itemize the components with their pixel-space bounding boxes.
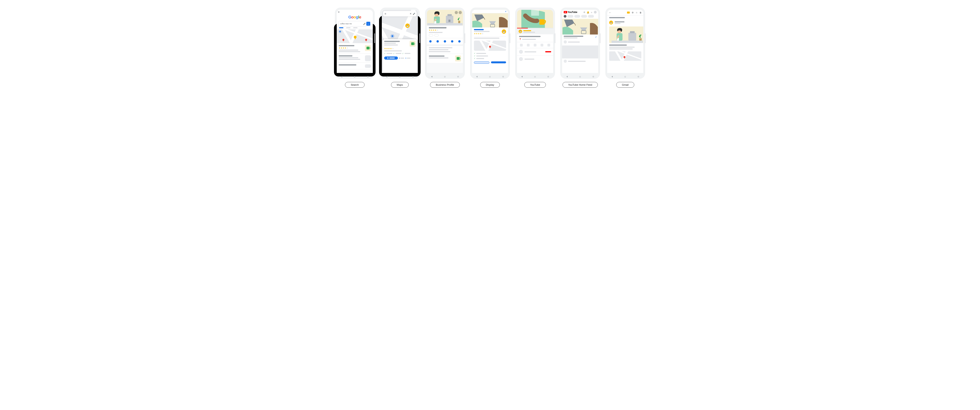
coffee-mug-icon xyxy=(410,41,415,47)
col-search: ≡ Google coffee near me 🎤 ⌕ xyxy=(335,8,374,88)
action-button[interactable] xyxy=(429,40,431,43)
tag-pill[interactable] xyxy=(434,34,439,37)
video-player-illustration[interactable] xyxy=(517,10,553,28)
open-link-icon[interactable]: ↗ xyxy=(595,36,597,38)
action-button[interactable] xyxy=(436,40,439,43)
col-youtube-home-feed: YouTube ⎚ 🔔 ⌕ xyxy=(560,8,600,88)
action-circle-icon[interactable] xyxy=(459,11,462,14)
mic-icon[interactable]: 🎤 xyxy=(363,23,366,25)
android-navbar xyxy=(335,75,374,78)
filter-chip[interactable] xyxy=(568,15,573,18)
label-display: Display xyxy=(480,82,500,88)
filter-chip[interactable] xyxy=(574,15,580,18)
android-navbar xyxy=(425,75,465,78)
star-icon[interactable]: ☆ xyxy=(636,11,638,14)
search-result-card[interactable]: ★★★★★ xyxy=(337,44,372,53)
phone-youtube: ☕ 📍 xyxy=(515,8,555,78)
action-button[interactable] xyxy=(451,40,453,43)
filter-chip[interactable] xyxy=(588,15,594,18)
hero-illustration-barista xyxy=(427,10,463,26)
secondary-button[interactable] xyxy=(474,61,489,64)
google-logo: Google xyxy=(337,14,373,20)
col-maps: ≡ ✕ 🎤 ☕ xyxy=(380,8,420,88)
primary-button[interactable] xyxy=(491,61,506,63)
coffee-badge-icon: ☕ xyxy=(502,29,506,34)
phone-mockup-row: ≡ Google coffee near me 🎤 ⌕ xyxy=(4,8,976,88)
svg-rect-13 xyxy=(531,10,539,16)
video-action-icon[interactable] xyxy=(520,44,523,46)
feed-video-thumbnail[interactable] xyxy=(562,19,598,35)
action-chip[interactable] xyxy=(399,57,404,59)
check-icon: ✓ xyxy=(474,57,476,59)
search-input[interactable]: coffee near me xyxy=(340,23,363,25)
check-icon: ✓ xyxy=(402,53,404,54)
tag-pill[interactable] xyxy=(429,34,433,37)
menu-icon[interactable]: ≡ xyxy=(385,12,386,15)
svg-rect-1 xyxy=(427,23,463,26)
cast-icon[interactable]: ⎚ xyxy=(584,11,585,13)
phone-display: ✕ xyxy=(470,8,510,78)
coffee-mug-icon xyxy=(365,45,371,51)
delete-icon[interactable]: 🗑 xyxy=(640,11,642,14)
action-chip[interactable] xyxy=(405,57,410,59)
phone-youtube-home-feed: YouTube ⎚ 🔔 ⌕ xyxy=(560,8,600,78)
label-gmail: Gmail xyxy=(616,82,634,88)
rating-stars: ★★★★★ xyxy=(429,29,461,31)
close-icon[interactable]: ✕ xyxy=(505,10,506,13)
phone-search: ≡ Google coffee near me 🎤 ⌕ xyxy=(335,8,374,78)
search-button[interactable]: ⌕ xyxy=(366,22,370,26)
svg-rect-5 xyxy=(449,20,450,22)
android-navbar xyxy=(560,75,600,78)
label-youtube: YouTube xyxy=(524,82,546,88)
directions-button[interactable] xyxy=(384,56,398,60)
android-navbar xyxy=(470,75,510,78)
svg-rect-4 xyxy=(447,14,452,16)
local-map[interactable] xyxy=(337,29,373,43)
svg-rect-14 xyxy=(539,19,544,25)
label-search: Search xyxy=(345,82,364,88)
hero-illustration-pourover xyxy=(472,13,508,27)
filter-chip[interactable] xyxy=(581,15,587,18)
video-action-icon[interactable] xyxy=(534,44,536,46)
svg-rect-9 xyxy=(434,21,436,24)
video-action-icon[interactable] xyxy=(527,44,530,46)
svg-rect-21 xyxy=(630,31,635,33)
mic-icon[interactable]: 🎤 xyxy=(413,13,415,15)
avatar-icon[interactable] xyxy=(594,11,597,14)
feed-video-thumbnail[interactable] xyxy=(562,45,598,58)
action-circle-icon[interactable] xyxy=(455,11,458,14)
search-icon[interactable]: ⌕ xyxy=(591,11,592,13)
email-mini-map[interactable] xyxy=(609,51,641,61)
filter-chip[interactable] xyxy=(564,15,566,18)
video-action-icon[interactable] xyxy=(541,44,543,46)
archive-icon[interactable] xyxy=(627,11,630,14)
svg-rect-17 xyxy=(611,27,643,43)
col-business-profile: ★★★★★ xyxy=(425,8,465,88)
menu-icon[interactable]: ≡ xyxy=(338,11,339,13)
map-coffee-pin[interactable]: ☕ xyxy=(405,24,410,28)
check-icon: ✓ xyxy=(474,53,476,54)
label-maps: Maps xyxy=(391,82,409,88)
coffee-badge-icon: ☕ xyxy=(519,30,522,33)
rating-stars: ★★★★★ xyxy=(339,47,363,49)
action-button[interactable] xyxy=(444,40,446,43)
action-button[interactable] xyxy=(458,40,461,43)
email-hero-illustration xyxy=(609,27,643,43)
notifications-icon[interactable]: 🔔 xyxy=(587,11,589,14)
svg-rect-20 xyxy=(628,33,636,41)
settings-icon[interactable]: ⚙ xyxy=(632,11,634,14)
col-display: ✕ xyxy=(470,8,510,88)
col-gmail: ← ⚙ ☆ 🗑 ☕ xyxy=(606,8,645,88)
back-icon[interactable]: ← xyxy=(609,11,611,14)
search-result-card[interactable] xyxy=(337,54,372,62)
clear-icon[interactable]: ✕ xyxy=(410,12,412,15)
subscribe-button[interactable] xyxy=(545,51,551,53)
phone-business-profile: ★★★★★ xyxy=(425,8,465,78)
svg-rect-3 xyxy=(446,16,453,23)
mini-map[interactable] xyxy=(474,41,506,51)
youtube-logo: YouTube xyxy=(564,11,578,14)
search-result-card[interactable] xyxy=(337,63,372,69)
android-navbar xyxy=(515,75,555,78)
phone-maps: ≡ ✕ 🎤 ☕ xyxy=(380,8,420,78)
video-action-icon[interactable] xyxy=(547,44,550,46)
